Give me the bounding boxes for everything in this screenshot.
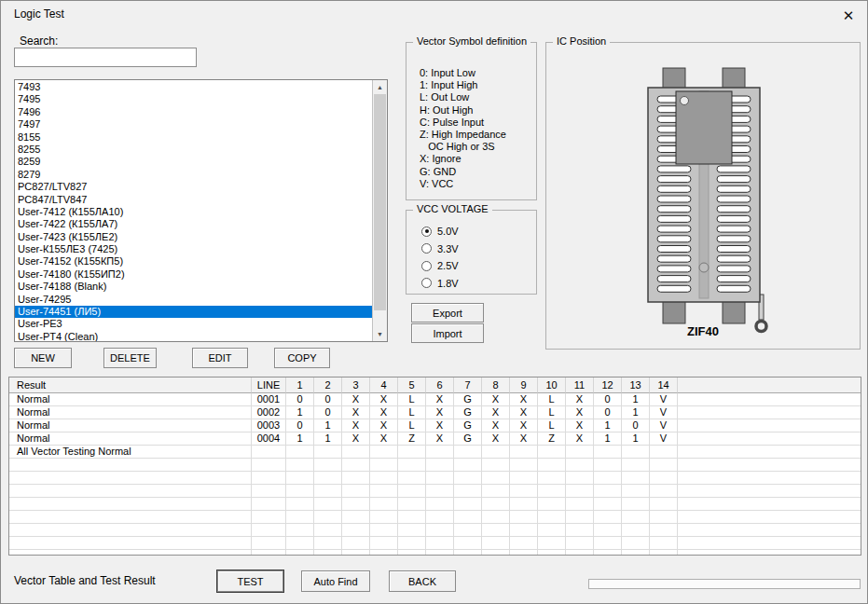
list-item[interactable]: 8255 [15, 144, 372, 156]
export-button[interactable]: Export [411, 303, 484, 323]
copy-button[interactable]: COPY [274, 348, 330, 368]
result-cell [9, 524, 252, 537]
value-cell: L [538, 393, 566, 406]
list-item[interactable]: User-PT4 (Clean) [15, 331, 372, 342]
value-cell: X [426, 393, 454, 406]
column-header-5[interactable]: 5 [398, 378, 426, 393]
list-item[interactable]: User-7412 (К155ЛА10) [15, 206, 372, 218]
table-row[interactable]: Normal000210XXLXGXXLX01V [9, 406, 861, 419]
value-cell [650, 537, 678, 550]
column-header-14[interactable]: 14 [650, 378, 678, 393]
list-item[interactable]: User-74188 (Blank) [15, 281, 372, 293]
list-item[interactable]: 8259 [15, 156, 372, 168]
column-header-1[interactable]: 1 [286, 378, 314, 393]
empty-row [9, 511, 861, 524]
scrollbar-thumb[interactable] [374, 94, 386, 310]
result-cell [9, 472, 252, 485]
column-header-3[interactable]: 3 [342, 378, 370, 393]
list-scrollbar[interactable]: ▲ ▼ [372, 80, 387, 341]
value-cell: X [510, 406, 538, 419]
column-header-2[interactable]: 2 [314, 378, 342, 393]
column-header-9[interactable]: 9 [510, 378, 538, 393]
test-button[interactable]: TEST [217, 570, 283, 592]
value-cell [538, 537, 566, 550]
value-cell: X [510, 432, 538, 446]
table-row[interactable]: Normal000301XXLXGXXLX10V [9, 419, 861, 432]
column-header-6[interactable]: 6 [426, 378, 454, 393]
column-header-13[interactable]: 13 [622, 378, 650, 393]
value-cell [454, 472, 482, 485]
table-row[interactable]: Normal000411XXZXGXXZX11V [9, 432, 861, 446]
back-button[interactable]: BACK [389, 570, 456, 592]
list-item[interactable]: 7496 [15, 106, 372, 118]
edit-button[interactable]: EDIT [192, 348, 248, 368]
row-filler [678, 524, 861, 537]
import-button[interactable]: Import [411, 323, 484, 343]
auto-find-button[interactable]: Auto Find [301, 570, 370, 592]
vcc-option-1.8V[interactable]: 1.8V [421, 275, 536, 293]
new-button[interactable]: NEW [14, 348, 72, 368]
value-cell [454, 537, 482, 550]
value-cell [286, 459, 314, 472]
vcc-option-2.5V[interactable]: 2.5V [421, 257, 536, 275]
value-cell: 0 [594, 393, 622, 406]
value-cell [566, 511, 594, 524]
column-header-12[interactable]: 12 [594, 378, 622, 393]
value-cell: 1 [622, 393, 650, 406]
list-item[interactable]: User-7423 (К155ЛЕ2) [15, 231, 372, 243]
list-item[interactable]: 8155 [15, 131, 372, 144]
list-item[interactable]: User-74180 (К155ИП2) [15, 268, 372, 281]
value-cell [370, 537, 398, 550]
list-item[interactable]: 7495 [15, 93, 372, 105]
value-cell [482, 511, 510, 524]
value-cell: G [454, 432, 482, 446]
value-cell [566, 459, 594, 472]
list-item[interactable]: User-74451 (ЛИ5) [15, 306, 372, 318]
list-item[interactable]: PC827/LTV827 [15, 181, 372, 193]
scroll-down-icon[interactable]: ▼ [373, 327, 387, 341]
vcc-option-label: 5.0V [437, 226, 459, 237]
list-item[interactable]: 7497 [15, 118, 372, 130]
list-item[interactable]: 8279 [15, 169, 372, 181]
summary-row[interactable]: All Vector Testing Normal [9, 446, 861, 459]
scroll-up-icon[interactable]: ▲ [373, 80, 387, 94]
column-header-7[interactable]: 7 [454, 378, 482, 393]
table-row[interactable]: Normal000100XXLXGXXLX01V [9, 393, 861, 406]
delete-button[interactable]: DELETE [103, 348, 157, 368]
value-cell [482, 537, 510, 550]
value-cell [622, 537, 650, 550]
search-input[interactable] [14, 48, 197, 67]
ic-position-group: IC Position ZIF40 [545, 42, 861, 350]
column-header-4[interactable]: 4 [370, 378, 398, 393]
column-header-LINE[interactable]: LINE [252, 378, 286, 393]
socket-label: ZIF40 [546, 324, 860, 338]
list-item[interactable]: User-74295 [15, 294, 372, 306]
zif-socket-icon [620, 67, 788, 337]
row-filler [678, 485, 861, 498]
value-cell: X [426, 432, 454, 446]
column-header-Result[interactable]: Result [9, 378, 252, 393]
list-item[interactable]: User-PE3 [15, 318, 372, 330]
radio-icon [421, 278, 432, 288]
list-item[interactable]: 7493 [15, 81, 372, 93]
value-cell [426, 498, 454, 511]
column-header-10[interactable]: 10 [538, 378, 566, 393]
value-cell [510, 485, 538, 498]
column-header-8[interactable]: 8 [482, 378, 510, 393]
column-header-filler [678, 378, 861, 393]
result-cell [9, 537, 252, 550]
value-cell [342, 485, 370, 498]
vector-symbol-line: OC High or 3S [420, 141, 536, 153]
list-item[interactable]: User-74152 (К155КП5) [15, 255, 372, 268]
list-item[interactable]: PC847/LTV847 [15, 194, 372, 206]
list-item[interactable]: User-7422 (К155ЛА7) [15, 218, 372, 230]
vcc-option-5.0V[interactable]: 5.0V [421, 223, 536, 240]
value-cell [594, 550, 622, 556]
list-item[interactable]: User-К155ЛЕ3 (7425) [15, 243, 372, 255]
value-cell: X [510, 393, 538, 406]
row-filler [678, 393, 861, 406]
column-header-11[interactable]: 11 [566, 378, 594, 393]
close-icon[interactable]: ✕ [837, 5, 860, 27]
value-cell: X [370, 393, 398, 406]
vcc-option-3.3V[interactable]: 3.3V [421, 240, 536, 258]
